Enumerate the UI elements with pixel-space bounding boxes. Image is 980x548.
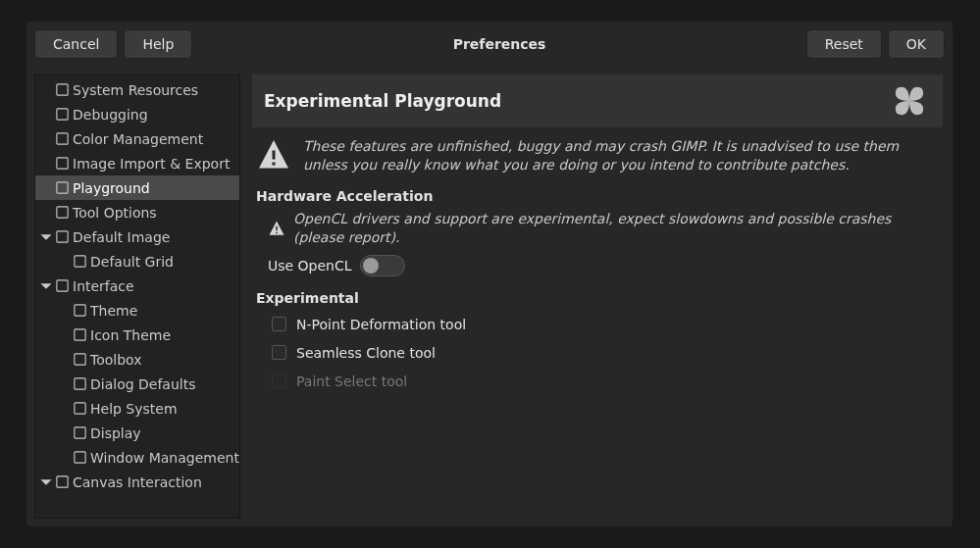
use-opencl-toggle[interactable] [360,255,405,276]
svg-rect-7 [75,256,85,267]
tree-item-icon-theme[interactable]: Icon Theme [35,323,239,347]
tree-item-window-management[interactable]: Window Management [35,445,239,470]
ok-button[interactable]: OK [888,29,945,59]
tree-item-label: Help System [90,401,178,417]
hw-warning-text: OpenCL drivers and support are experimen… [293,210,939,247]
checkbox-n-point-deformation-tool[interactable] [272,317,286,331]
tree-item-default-grid[interactable]: Default Grid [35,249,239,274]
tree-item-toolbox[interactable]: Toolbox [35,347,239,372]
preferences-dialog: Cancel Help Preferences Reset OK System … [26,22,953,526]
svg-rect-13 [75,403,85,414]
tree-item-label: Icon Theme [90,327,171,343]
checkbox-seamless-clone-tool[interactable] [272,345,286,360]
category-icon [73,327,87,342]
category-icon [55,180,70,195]
tree-item-label: Theme [90,303,137,319]
preferences-page: Experimental Playground These features a… [252,75,945,519]
svg-rect-10 [75,329,85,340]
svg-rect-4 [57,182,68,193]
tree-item-label: Playground [73,180,150,196]
tree-item-label: Default Grid [90,254,174,270]
chevron-down-icon[interactable] [39,279,53,293]
checkbox-label: Seamless Clone tool [296,345,436,361]
tree-item-label: Color Management [73,131,203,147]
dialog-title: Preferences [200,36,798,52]
category-icon [55,82,70,97]
experimental-option: Seamless Clone tool [272,340,939,366]
hw-accel-heading: Hardware Acceleration [256,188,939,204]
tree-item-dialog-defaults[interactable]: Dialog Defaults [35,372,239,396]
tree-item-default-image[interactable]: Default Image [35,224,239,249]
tree-item-label: Image Import & Export [73,156,230,172]
preferences-tree[interactable]: System ResourcesDebuggingColor Managemen… [34,75,240,519]
tree-item-display[interactable]: Display [35,421,239,445]
tree-item-label: Interface [73,278,134,294]
category-icon [55,229,70,244]
tree-item-image-import-export[interactable]: Image Import & Export [35,151,239,175]
category-icon [73,254,87,269]
tree-item-label: Window Management [90,450,239,466]
tree-item-playground[interactable]: Playground [35,175,239,200]
category-icon [55,107,70,122]
category-icon [73,425,87,440]
svg-rect-16 [57,476,68,487]
experimental-option: N-Point Deformation tool [272,312,939,337]
chevron-down-icon[interactable] [39,230,53,244]
tree-item-label: Display [90,425,141,441]
help-button[interactable]: Help [124,29,192,59]
svg-rect-6 [57,231,68,242]
experimental-heading: Experimental [256,290,939,306]
tree-item-color-management[interactable]: Color Management [35,126,239,151]
tree-item-label: Canvas Interaction [73,474,202,490]
page-title: Experimental Playground [264,91,501,111]
reset-button[interactable]: Reset [806,29,882,59]
svg-rect-12 [75,378,85,389]
page-header: Experimental Playground [252,75,943,127]
svg-rect-8 [57,280,68,291]
tree-item-label: Dialog Defaults [90,376,196,392]
dialog-content: System ResourcesDebuggingColor Managemen… [26,67,953,526]
svg-rect-14 [75,427,85,438]
intro-warning-text: These features are unfinished, buggy and… [303,137,939,174]
use-opencl-label: Use OpenCL [268,258,352,274]
category-icon [55,474,70,489]
tree-item-help-system[interactable]: Help System [35,396,239,421]
tree-item-label: Tool Options [73,205,157,221]
warning-icon [256,137,291,173]
category-icon [73,352,87,367]
category-icon [55,205,70,220]
tree-item-label: Toolbox [90,352,142,368]
tree-item-system-resources[interactable]: System Resources [35,77,239,102]
category-icon [73,450,87,465]
svg-rect-5 [57,207,68,218]
tree-item-theme[interactable]: Theme [35,298,239,323]
category-icon [55,278,70,293]
category-icon [55,131,70,146]
checkbox-paint-select-tool [272,374,286,388]
checkbox-label: N-Point Deformation tool [296,317,466,332]
category-icon [73,376,87,391]
svg-rect-3 [57,158,68,169]
svg-rect-0 [57,84,68,95]
checkbox-label: Paint Select tool [296,374,407,389]
svg-rect-1 [57,109,68,120]
tree-item-label: System Resources [73,82,198,98]
svg-rect-2 [57,133,68,144]
svg-rect-11 [75,354,85,365]
cancel-button[interactable]: Cancel [34,29,118,59]
tree-item-canvas-interaction[interactable]: Canvas Interaction [35,470,239,494]
category-icon [55,156,70,171]
warning-icon [268,220,285,237]
titlebar: Cancel Help Preferences Reset OK [26,22,953,67]
tree-item-debugging[interactable]: Debugging [35,102,239,126]
chevron-down-icon[interactable] [39,475,53,489]
tree-item-tool-options[interactable]: Tool Options [35,200,239,224]
category-icon [73,401,87,416]
svg-rect-9 [75,305,85,316]
svg-rect-15 [75,452,85,463]
playground-icon [888,79,931,123]
tree-item-interface[interactable]: Interface [35,274,239,298]
tree-item-label: Default Image [73,229,170,245]
tree-item-label: Debugging [73,107,148,123]
category-icon [73,303,87,318]
